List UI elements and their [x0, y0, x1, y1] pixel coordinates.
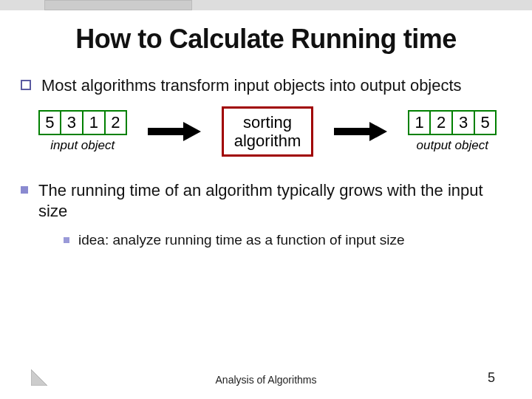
output-cell: 5 — [474, 110, 497, 135]
output-label: output object — [417, 138, 488, 153]
svg-marker-0 — [148, 122, 201, 141]
algorithm-line1: sorting — [234, 113, 301, 132]
bullet-text: idea: analyze running time as a function… — [78, 231, 405, 250]
algorithm-line2: algorithm — [234, 132, 301, 150]
bullet-primary-2: The running time of an algorithm typical… — [21, 180, 514, 221]
output-cell: 1 — [408, 110, 430, 135]
square-bullet-icon — [21, 186, 28, 194]
square-bullet-icon — [64, 237, 69, 243]
decorative-top-bar — [0, 0, 532, 10]
input-object: 5 3 1 2 input object — [38, 110, 127, 153]
svg-marker-1 — [334, 122, 387, 141]
arrow-icon — [148, 122, 201, 141]
decorative-top-inset — [44, 0, 192, 10]
input-cell: 1 — [83, 110, 105, 135]
bullet-text: Most algorithms transform input objects … — [41, 75, 462, 96]
transform-diagram: 5 3 1 2 input object sorting algorithm 1… — [21, 106, 514, 157]
page-number: 5 — [488, 370, 495, 386]
input-cell: 2 — [105, 110, 127, 135]
input-label: input object — [50, 138, 115, 153]
algorithm-box: sorting algorithm — [222, 106, 313, 157]
input-cell: 5 — [38, 110, 61, 135]
bullet-text: The running time of an algorithm typical… — [38, 180, 514, 221]
arrow-icon — [334, 122, 387, 141]
output-cell: 3 — [452, 110, 474, 135]
svg-marker-2 — [31, 369, 47, 386]
slide-footer: Analysis of Algorithms 5 — [0, 369, 532, 386]
slide-title: How to Calculate Running time — [30, 24, 502, 55]
input-cells: 5 3 1 2 — [38, 110, 127, 135]
footer-title: Analysis of Algorithms — [216, 374, 317, 386]
output-object: 1 2 3 5 output object — [408, 110, 497, 153]
bullet-sub-1: idea: analyze running time as a function… — [64, 231, 514, 250]
corner-fold-icon — [31, 369, 47, 386]
input-cell: 3 — [61, 110, 83, 135]
square-bullet-icon — [21, 80, 31, 90]
bullet-primary-1: Most algorithms transform input objects … — [21, 75, 514, 96]
output-cells: 1 2 3 5 — [408, 110, 497, 135]
output-cell: 2 — [430, 110, 452, 135]
